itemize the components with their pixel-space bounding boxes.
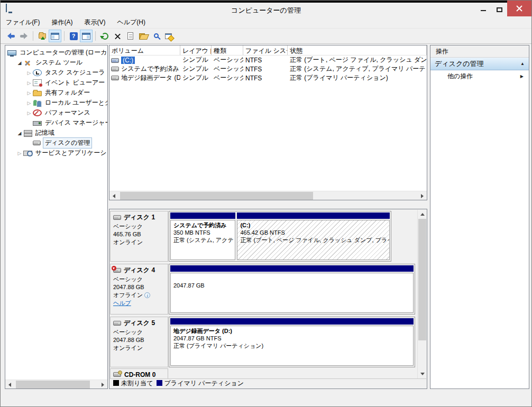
scrollbar-thumb[interactable]: [418, 219, 426, 340]
scroll-right-button[interactable]: [418, 191, 427, 200]
scrollbar-thumb[interactable]: [16, 381, 90, 388]
console-tree-panel: コンピューターの管理 (ローカル) システム ツール タスク スケジューラ イベ…: [5, 45, 108, 389]
cdrom-row[interactable]: CD-ROM 0: [110, 368, 168, 378]
column-header-layout[interactable]: レイアウト: [180, 45, 212, 55]
scroll-left-button[interactable]: [109, 191, 118, 200]
partition-color-bar: [237, 212, 390, 219]
expander-collapsed-icon[interactable]: [25, 100, 33, 106]
volume-icon: [111, 67, 119, 71]
disk4-label-cell[interactable]: ディスク 4 ベーシック 2047.88 GB オフライン ヘルプ: [110, 264, 168, 314]
tree-item-event-viewer[interactable]: イベント ビューアー: [5, 78, 107, 88]
column-header-volume[interactable]: ボリューム: [109, 45, 180, 55]
show-console-tree-button[interactable]: [49, 30, 61, 42]
delete-icon: [114, 33, 121, 40]
task-scheduler-icon: [33, 69, 42, 76]
computer-management-window: コンピューターの管理 ファイル(F) 操作(A) 表示(V) ヘルプ(H): [0, 0, 532, 407]
tree-item-task-scheduler[interactable]: タスク スケジューラ: [5, 68, 107, 78]
back-icon: [7, 33, 15, 39]
disk-management-icon: [33, 141, 41, 145]
scrollbar-thumb[interactable]: [120, 192, 313, 200]
scroll-left-icon: [8, 383, 11, 387]
show-action-pane-button[interactable]: [80, 30, 93, 42]
volume-icon: [111, 58, 119, 63]
maximize-button[interactable]: [491, 1, 507, 16]
volume-icon: [111, 76, 119, 80]
actions-group-disk-management[interactable]: ディスクの管理 ▲: [430, 58, 529, 70]
volume-row-system-reserved[interactable]: システムで予約済み シンプル ベーシック NTFS 正常 (システム, アクティ…: [109, 64, 427, 73]
menu-help[interactable]: ヘルプ(H): [117, 18, 145, 27]
menu-view[interactable]: 表示(V): [84, 18, 105, 27]
tree-item-device-manager[interactable]: デバイス マネージャー: [5, 118, 107, 128]
cdrom-icon: [113, 372, 121, 377]
partition-disk4[interactable]: 2047.87 GB: [170, 265, 414, 313]
volume-row-c[interactable]: (C:) シンプル ベーシック NTFS 正常 (ブート, ページ ファイル, …: [109, 56, 427, 64]
open-button[interactable]: [136, 30, 149, 42]
actions-header: 操作: [430, 45, 529, 58]
tree-item-shared-folders[interactable]: 共有フォルダー: [5, 88, 107, 98]
toolbar-separator: [33, 31, 33, 41]
minimize-button[interactable]: [475, 1, 491, 16]
partition-legend: 未割り当て プライマリ パーティション: [110, 378, 426, 388]
expander-collapsed-icon[interactable]: [25, 80, 33, 86]
close-icon: [516, 5, 523, 12]
system-tools-icon: [23, 59, 32, 67]
disk-row-4: ディスク 4 ベーシック 2047.88 GB オフライン ヘルプ 2047.8…: [110, 264, 415, 314]
properties-icon: [127, 32, 133, 40]
actions-panel: 操作 ディスクの管理 ▲ 他の操作 ▶: [430, 45, 529, 389]
partition-c-selected[interactable]: (C:) 465.42 GB NTFS 正常 (ブート, ページ ファイル, ク…: [237, 212, 390, 260]
expander-collapsed-icon[interactable]: [25, 110, 33, 116]
expander-expanded-icon[interactable]: [16, 60, 23, 66]
expander-collapsed-icon[interactable]: [25, 70, 33, 76]
scroll-down-button[interactable]: [418, 369, 427, 378]
column-header-type[interactable]: 種類: [212, 45, 243, 55]
help-button[interactable]: [67, 30, 80, 42]
volume-name-selected: (C:): [121, 57, 135, 64]
help-link[interactable]: ヘルプ: [113, 300, 131, 306]
scroll-up-button[interactable]: [418, 210, 427, 219]
disk5-label-cell[interactable]: ディスク 5 ベーシック 2047.88 GB オンライン: [110, 317, 168, 367]
info-icon[interactable]: [144, 292, 150, 298]
up-one-level-button[interactable]: [36, 30, 49, 42]
forward-icon: [20, 33, 27, 39]
partition-color-bar: [170, 265, 414, 272]
partition-d[interactable]: 地デジ録画データ (D:) 2047.87 GB NTFS 正常 (プライマリ …: [170, 318, 414, 366]
tree-item-computer-management[interactable]: コンピューターの管理 (ローカル): [5, 48, 107, 58]
back-button[interactable]: [5, 30, 17, 42]
find-button[interactable]: [149, 30, 162, 42]
disk1-label-cell[interactable]: ディスク 1 ベーシック 465.76 GB オンライン: [110, 211, 168, 262]
tree-item-storage[interactable]: 記憶域: [5, 128, 107, 138]
scroll-left-button[interactable]: [5, 380, 14, 389]
forward-button[interactable]: [17, 30, 30, 42]
volume-list-horizontal-scrollbar[interactable]: [109, 191, 427, 200]
expander-collapsed-icon[interactable]: [16, 151, 23, 156]
partition-color-bar: [170, 318, 414, 325]
tree-item-performance[interactable]: パフォーマンス: [5, 108, 107, 118]
tree-item-local-users-groups[interactable]: ローカル ユーザーとグループ: [5, 98, 107, 108]
window-title: コンピューターの管理: [1, 6, 531, 15]
refresh-button[interactable]: [98, 30, 111, 42]
menu-file[interactable]: ファイル(F): [6, 18, 40, 27]
delete-button[interactable]: [111, 30, 124, 42]
properties-button[interactable]: [124, 30, 136, 42]
new-window-button[interactable]: [162, 30, 175, 42]
collapse-arrow-icon[interactable]: ▲: [520, 61, 525, 66]
close-button[interactable]: [507, 1, 531, 16]
menu-action[interactable]: 操作(A): [51, 18, 72, 27]
disk-row-1: ディスク 1 ベーシック 465.76 GB オンライン システムで予約済み 3…: [110, 211, 391, 262]
column-header-status[interactable]: 状態: [288, 45, 427, 55]
expander-expanded-icon[interactable]: [16, 131, 23, 136]
computer-icon: [7, 50, 16, 56]
scroll-right-button[interactable]: [98, 380, 107, 389]
tree-item-system-tools[interactable]: システム ツール: [5, 58, 107, 68]
actions-item-more-actions[interactable]: 他の操作 ▶: [430, 70, 529, 82]
disk-pane-vertical-scrollbar[interactable]: [417, 210, 426, 378]
partition-system-reserved[interactable]: システムで予約済み 350 MB NTFS 正常 (システム, アクティブ, プ…: [170, 212, 235, 260]
title-bar: コンピューターの管理: [1, 3, 531, 16]
tree-horizontal-scrollbar[interactable]: [5, 380, 107, 388]
tree-item-services-applications[interactable]: サービスとアプリケーション: [5, 148, 107, 158]
expander-collapsed-icon[interactable]: [25, 90, 33, 96]
tree-item-disk-management[interactable]: ディスクの管理: [5, 138, 107, 148]
maximize-icon: [497, 7, 502, 12]
volume-row-d[interactable]: 地デジ録画データ (D:) シンプル ベーシック NTFS 正常 (プライマリ …: [109, 73, 427, 82]
column-header-filesystem[interactable]: ファイル システム: [243, 45, 288, 55]
